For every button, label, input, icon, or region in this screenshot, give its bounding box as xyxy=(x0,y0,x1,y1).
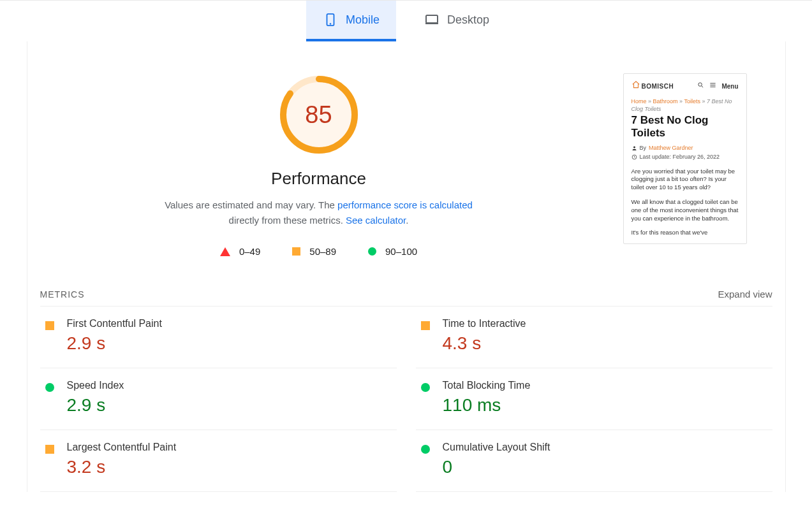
metric-tbt-name: Total Blocking Time xyxy=(443,380,531,391)
circle-icon xyxy=(368,247,376,256)
preview-by: By xyxy=(640,144,647,152)
metric-lcp: Largest Contentful Paint 3.2 s xyxy=(40,430,397,492)
preview-header-right: Menu xyxy=(697,82,738,91)
metric-si-name: Speed Index xyxy=(67,380,124,391)
performance-title: Performance xyxy=(271,169,366,189)
bc-bathroom: Bathroom xyxy=(653,98,678,105)
tab-desktop[interactable]: Desktop xyxy=(408,1,506,41)
circle-icon xyxy=(421,445,430,454)
metrics-grid: First Contentful Paint 2.9 s Time to Int… xyxy=(40,306,772,492)
metrics-header: METRICS Expand view xyxy=(40,289,772,306)
metric-tti-value: 4.3 s xyxy=(443,333,526,354)
preview-header: BOMISCH Menu xyxy=(631,80,739,92)
preview-breadcrumb: Home » Bathroom » Toilets » 7 Best No Cl… xyxy=(631,98,739,113)
metric-cls-value: 0 xyxy=(443,457,550,477)
hero-summary: 85 Performance Values are estimated and … xyxy=(40,73,598,257)
search-icon xyxy=(697,82,704,91)
legend-average-label: 50–89 xyxy=(309,246,336,257)
metric-fcp-name: First Contentful Paint xyxy=(67,318,162,329)
square-icon xyxy=(421,321,430,330)
score-legend: 0–49 50–89 90–100 xyxy=(220,246,417,257)
legend-fail: 0–49 xyxy=(220,246,260,257)
metric-lcp-value: 3.2 s xyxy=(67,457,177,477)
bc-sep: » xyxy=(648,98,653,105)
svg-point-1 xyxy=(330,24,331,25)
svg-line-8 xyxy=(702,86,703,87)
triangle-icon xyxy=(220,247,230,256)
tab-mobile[interactable]: Mobile xyxy=(306,1,396,41)
perf-calculator-link[interactable]: See calculator xyxy=(346,215,406,226)
gauge-score: 85 xyxy=(277,73,360,156)
bc-home: Home xyxy=(631,98,647,105)
metric-si-value: 2.9 s xyxy=(67,395,124,415)
preview-logo-text: BOMISCH xyxy=(642,82,674,91)
preview-author: Matthew Gardner xyxy=(649,144,693,152)
page-preview: BOMISCH Menu Home » Bathroom » Toi xyxy=(623,73,747,244)
perf-text-2: directly from these metrics. xyxy=(229,215,346,226)
metric-lcp-name: Largest Contentful Paint xyxy=(67,442,177,453)
legend-pass: 90–100 xyxy=(368,246,417,257)
preview-p1: Are you worried that your toilet may be … xyxy=(631,168,739,192)
clock-icon xyxy=(631,154,637,160)
preview-byline: By Matthew Gardner xyxy=(631,144,739,152)
metric-tti-name: Time to Interactive xyxy=(443,318,526,329)
metric-cls-name: Cumulative Layout Shift xyxy=(443,442,550,453)
metric-cls: Cumulative Layout Shift 0 xyxy=(416,430,772,492)
square-icon xyxy=(292,247,300,256)
bc-toilets: Toilets xyxy=(684,98,700,105)
perf-text-1: Values are estimated and may vary. The xyxy=(165,199,337,210)
metric-tti: Time to Interactive 4.3 s xyxy=(416,307,772,368)
square-icon xyxy=(45,321,54,330)
preview-h1: 7 Best No Clog Toilets xyxy=(631,114,739,139)
preview-menu-label: Menu xyxy=(721,82,738,91)
user-icon xyxy=(631,145,637,151)
metric-tbt: Total Blocking Time 110 ms xyxy=(416,368,772,430)
preview-p3: It's for this reason that we've xyxy=(631,229,739,237)
preview-updated: Last update: February 26, 2022 xyxy=(631,153,739,161)
legend-fail-label: 0–49 xyxy=(239,246,260,257)
circle-icon xyxy=(45,383,54,392)
preview-p2: We all know that a clogged toilet can be… xyxy=(631,198,739,222)
metric-tbt-value: 110 ms xyxy=(443,395,531,415)
perf-score-link[interactable]: performance score is calculated xyxy=(337,199,473,210)
report-card: 85 Performance Values are estimated and … xyxy=(27,41,786,492)
performance-description: Values are estimated and may vary. The p… xyxy=(153,198,485,228)
hamburger-icon xyxy=(709,82,716,91)
legend-pass-label: 90–100 xyxy=(385,246,417,257)
mobile-icon xyxy=(323,12,338,27)
circle-icon xyxy=(421,383,430,392)
metrics-label: METRICS xyxy=(40,289,85,300)
metric-fcp-value: 2.9 s xyxy=(67,333,162,354)
svg-rect-2 xyxy=(426,15,438,23)
legend-average: 50–89 xyxy=(292,246,336,257)
metric-fcp: First Contentful Paint 2.9 s xyxy=(40,307,397,368)
device-tabs: Mobile Desktop xyxy=(0,1,812,41)
tab-desktop-label: Desktop xyxy=(447,13,489,27)
svg-rect-3 xyxy=(425,23,438,24)
hero-section: 85 Performance Values are estimated and … xyxy=(40,73,772,257)
metric-si: Speed Index 2.9 s xyxy=(40,368,397,430)
preview-logo: BOMISCH xyxy=(631,80,674,92)
house-icon xyxy=(631,80,640,92)
square-icon xyxy=(45,445,54,454)
svg-point-7 xyxy=(698,83,702,87)
performance-gauge: 85 xyxy=(277,73,360,156)
desktop-icon xyxy=(424,12,439,27)
preview-updated-text: Last update: February 26, 2022 xyxy=(640,153,720,161)
expand-view-button[interactable]: Expand view xyxy=(718,289,772,300)
tab-mobile-label: Mobile xyxy=(346,13,380,27)
svg-point-12 xyxy=(633,146,635,148)
bc-sep: » xyxy=(702,98,707,105)
